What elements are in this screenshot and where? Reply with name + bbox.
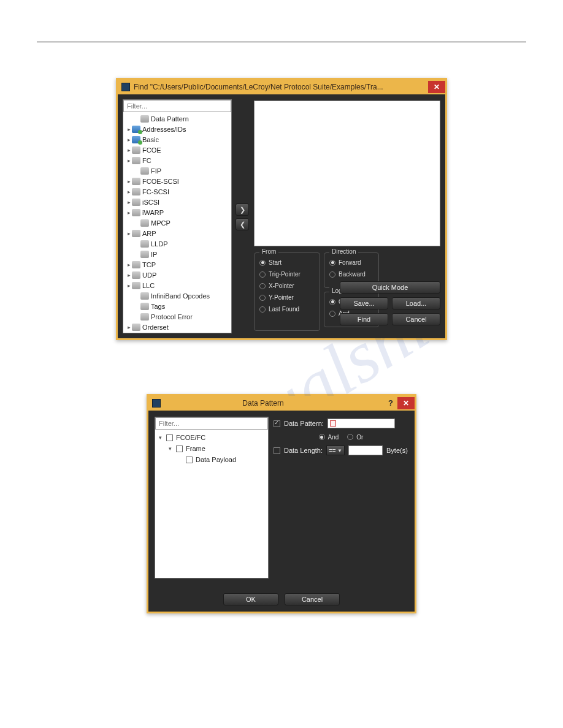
tree-row[interactable]: ▸ARP: [123, 228, 231, 238]
tree-row[interactable]: ▸Orderset: [123, 322, 231, 332]
radio-dot: [329, 271, 335, 278]
tree-row[interactable]: InfiniBand Opcodes: [123, 290, 231, 301]
dp-filter-input[interactable]: [155, 417, 268, 430]
operator-select[interactable]: == ▼: [326, 446, 345, 455]
protocol-icon: [140, 303, 149, 310]
remove-button[interactable]: ❮: [236, 218, 249, 230]
radio-option[interactable]: Y-Pointer: [259, 292, 315, 303]
direction-legend: Direction: [329, 248, 358, 255]
tree-label: MPCP: [151, 219, 170, 227]
tree-row[interactable]: ▸Basic: [123, 134, 231, 145]
checkbox[interactable]: [186, 457, 193, 463]
protocol-icon: [132, 209, 140, 216]
tree-row[interactable]: ▸FCOE-SCSI: [123, 176, 231, 186]
protocol-icon: [132, 199, 140, 206]
protocol-icon: [140, 115, 149, 123]
dp-title: Data Pattern: [148, 399, 378, 408]
quick-mode-button[interactable]: Quick Mode: [340, 281, 440, 294]
tree-row[interactable]: ▸FCOE: [123, 145, 231, 155]
radio-dot: [259, 271, 266, 278]
radio-option[interactable]: Last Found: [259, 303, 315, 315]
close-icon[interactable]: ✕: [397, 397, 415, 409]
tree-row[interactable]: IP: [123, 249, 231, 259]
checkbox[interactable]: [166, 434, 173, 441]
from-legend: From: [259, 248, 278, 255]
tree-label: Data Pattern: [151, 115, 189, 123]
protocol-icon: [132, 261, 140, 268]
tree-row[interactable]: ▸FC-SCSI: [123, 186, 231, 197]
tree-label: Addresses/IDs: [142, 126, 186, 133]
tree-label: FC-SCSI: [142, 188, 169, 195]
tree-row[interactable]: ▸FC: [123, 155, 231, 165]
radio-option[interactable]: Backward: [329, 268, 373, 280]
dp-titlebar: Data Pattern ? ✕: [148, 396, 415, 411]
tree-row[interactable]: ▸UDP: [123, 270, 231, 280]
data-length-checkbox[interactable]: [274, 447, 280, 454]
close-icon[interactable]: ✕: [428, 81, 445, 93]
or-radio[interactable]: Or: [347, 431, 363, 443]
tree-label: Protocol Error: [151, 313, 193, 320]
radio-option[interactable]: Trig-Pointer: [259, 268, 315, 280]
tree-label: FIP: [151, 167, 161, 175]
radio-option[interactable]: X-Pointer: [259, 280, 315, 292]
tree-row[interactable]: FIP: [123, 165, 231, 176]
data-pattern-checkbox[interactable]: [274, 420, 280, 427]
data-pattern-input[interactable]: [327, 419, 395, 428]
app-icon: [121, 83, 130, 91]
filter-input[interactable]: [123, 100, 231, 112]
save-button[interactable]: Save...: [340, 297, 388, 309]
chevron-down-icon: ▼: [337, 448, 342, 453]
tree-label: IP: [151, 251, 157, 258]
tree-label: InfiniBand Opcodes: [151, 292, 210, 300]
radio-label: Start: [269, 259, 282, 266]
tree-label: Basic: [142, 136, 159, 143]
radio-dot: [329, 311, 335, 317]
tree-label: iSCSI: [142, 199, 159, 206]
tree-label: FCOE-SCSI: [142, 178, 179, 185]
protocol-icon: [132, 230, 140, 237]
help-icon[interactable]: ?: [384, 397, 397, 409]
protocol-icon: [132, 157, 140, 164]
find-button[interactable]: Find: [340, 313, 388, 325]
tree-row[interactable]: ▸TCP: [123, 259, 231, 270]
tree-label: ARP: [142, 230, 156, 237]
tree-row[interactable]: ▸iWARP: [123, 207, 231, 218]
selection-canvas: [254, 100, 440, 246]
radio-option[interactable]: Forward: [329, 257, 373, 268]
radio-option[interactable]: Start: [259, 257, 315, 268]
and-radio[interactable]: And: [319, 431, 339, 443]
data-length-input[interactable]: [348, 446, 383, 455]
tree-label: LLC: [142, 282, 155, 289]
protocol-icon: [140, 240, 149, 248]
cancel-button[interactable]: Cancel: [285, 593, 340, 605]
tree-row[interactable]: ▸Addresses/IDs: [123, 124, 231, 134]
tree-row[interactable]: MPCP: [123, 218, 231, 228]
tree-label: TCP: [142, 261, 156, 268]
tree-row[interactable]: ▸LLC: [123, 280, 231, 290]
chevron-right-icon: ▸: [126, 126, 132, 132]
tree-label: Tags: [151, 303, 165, 310]
protocol-icon: [132, 178, 140, 185]
add-button[interactable]: ❯: [236, 203, 249, 216]
tree-row[interactable]: ▾ Frame: [155, 443, 268, 454]
cancel-button[interactable]: Cancel: [392, 313, 440, 325]
tree-row[interactable]: Tags: [123, 301, 231, 311]
chevron-right-icon: ▸: [126, 137, 132, 143]
tree-row[interactable]: Data Payload: [155, 454, 268, 465]
data-pattern-label: Data Pattern:: [284, 420, 324, 427]
chevron-right-icon: ▸: [126, 282, 132, 289]
header-rule: [37, 42, 526, 42]
load-button[interactable]: Load...: [392, 297, 440, 309]
tree-row[interactable]: Data Pattern: [123, 113, 231, 124]
tree-row[interactable]: LLDP: [123, 238, 231, 249]
dp-tree: ▾ FCOE/FC ▾ Frame Data Payload: [155, 417, 269, 578]
radio-label: Forward: [339, 259, 361, 266]
protocol-icon: [140, 167, 149, 175]
tree-row[interactable]: Protocol Error: [123, 311, 231, 322]
tree-row[interactable]: ▾ FCOE/FC: [155, 432, 268, 443]
checkbox[interactable]: [176, 446, 183, 452]
or-label: Or: [356, 434, 363, 441]
radio-dot: [259, 306, 266, 313]
tree-row[interactable]: ▸iSCSI: [123, 197, 231, 207]
ok-button[interactable]: OK: [223, 593, 278, 605]
